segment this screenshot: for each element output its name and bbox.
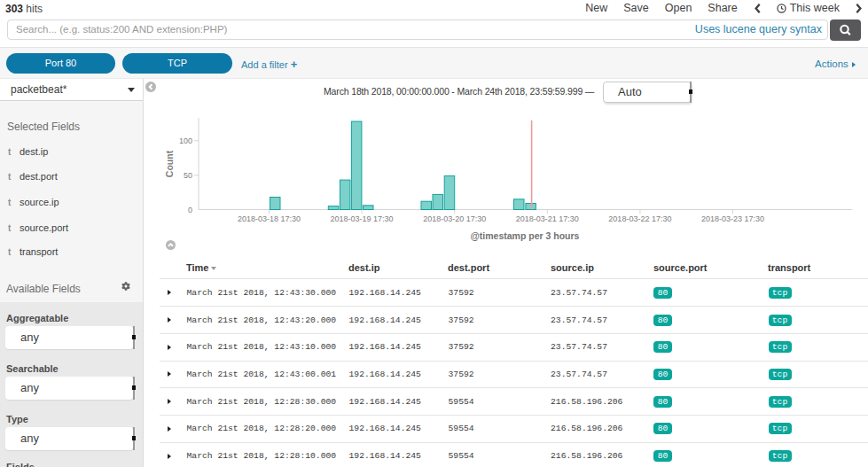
svg-text:2018-03-19 17:30: 2018-03-19 17:30 bbox=[331, 214, 394, 223]
svg-text:2018-03-22 17:30: 2018-03-22 17:30 bbox=[608, 214, 671, 223]
svg-text:2018-03-23 17:30: 2018-03-23 17:30 bbox=[701, 214, 764, 223]
svg-text:50: 50 bbox=[184, 171, 192, 180]
svg-text:2018-03-18 17:30: 2018-03-18 17:30 bbox=[238, 214, 301, 223]
svg-text:2018-03-21 17:30: 2018-03-21 17:30 bbox=[516, 214, 579, 223]
svg-text:Count: Count bbox=[164, 150, 175, 177]
svg-text:0: 0 bbox=[188, 206, 192, 214]
svg-text:@timestamp per 3 hours: @timestamp per 3 hours bbox=[471, 230, 580, 241]
svg-text:100: 100 bbox=[179, 136, 192, 145]
svg-text:2018-03-20 17:30: 2018-03-20 17:30 bbox=[423, 214, 486, 223]
